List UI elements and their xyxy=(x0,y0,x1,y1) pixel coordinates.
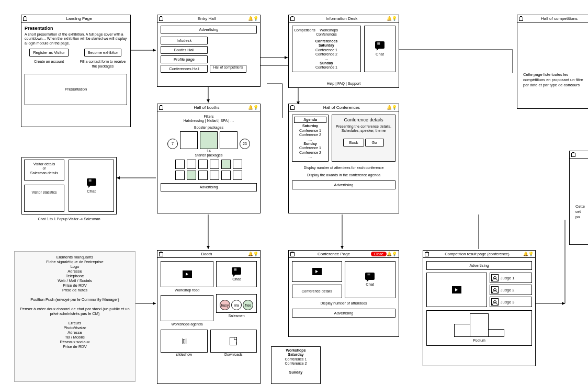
exhibitor-subtext: Fill a contact form to receive the packa… xyxy=(78,60,127,69)
menu-icon xyxy=(159,17,163,21)
bell-icon[interactable]: 🔔 xyxy=(248,16,253,21)
workshops-agenda-box[interactable] xyxy=(161,295,213,321)
chat-popup: Visitor details or Salesman details Visi… xyxy=(21,157,117,214)
judge-row: Judge 3 xyxy=(490,297,532,307)
workshops-header: Workshops xyxy=(286,348,306,352)
tab-competitions[interactable]: Competitions xyxy=(294,28,315,32)
go-button[interactable]: Go xyxy=(365,139,384,146)
bulb-icon[interactable]: 💡 xyxy=(253,16,258,21)
bell-icon[interactable]: 🔔 xyxy=(387,105,392,110)
conf-video-box[interactable] xyxy=(292,261,342,282)
close-button[interactable]: Close xyxy=(371,252,387,256)
person-icon xyxy=(491,298,499,306)
bulb-icon[interactable]: 💡 xyxy=(392,16,397,21)
nav-left[interactable]: 7 xyxy=(167,139,178,149)
hoc-title: Hall of competitions xyxy=(525,16,588,21)
bulb-icon[interactable]: 💡 xyxy=(392,105,397,110)
advertising-box: Advertising xyxy=(426,261,532,270)
chat-label: Chat xyxy=(87,189,96,194)
register-button[interactable]: Register as Visitor xyxy=(29,49,69,57)
advertising-box: Advertising xyxy=(292,180,395,189)
menu-icon xyxy=(519,17,523,21)
register-subtext: Create an account xyxy=(25,60,73,64)
chat-icon[interactable] xyxy=(375,41,385,49)
presentation-box: Presentation xyxy=(25,74,127,105)
download-icon xyxy=(230,337,237,345)
starter-label: Starter packages xyxy=(161,153,257,157)
confpage-panel: Conference Page Close 🔔 💡 Conference det… xyxy=(288,250,399,337)
menu-icon xyxy=(290,106,295,110)
status-busy[interactable]: busy xyxy=(220,300,230,310)
booths-button[interactable]: Booths Hall xyxy=(161,46,208,54)
visitor-stats-box: Visitor statistics xyxy=(24,185,64,212)
bulb-icon[interactable]: 💡 xyxy=(392,252,397,256)
confpage-title: Conference Page xyxy=(297,252,371,256)
landing-title: Landing Page xyxy=(29,16,129,21)
menu-icon xyxy=(290,252,295,256)
attendees-note: Display number of attendees xyxy=(292,301,395,306)
slideshow-box[interactable] xyxy=(161,330,208,353)
conferences-button[interactable]: Conferences Hall xyxy=(161,65,208,73)
far-panel xyxy=(569,151,588,245)
slideshow-icon xyxy=(182,337,186,344)
book-button[interactable]: Book xyxy=(343,139,364,146)
booth-panel: Booth 🔔 💡 Workshop feed Workshops agenda… xyxy=(157,250,261,384)
tab-conferences[interactable]: Conferences xyxy=(294,32,359,37)
menu-icon xyxy=(159,106,163,110)
hoc-note-text: Cette page liste toutes les compétitions… xyxy=(523,72,586,87)
workshop-feed-box[interactable] xyxy=(161,261,213,287)
booth-slot[interactable] xyxy=(180,131,198,149)
infodesk-button[interactable]: Infodesk xyxy=(161,37,208,44)
tab-workshops[interactable]: Workshops xyxy=(320,28,338,32)
nav-right[interactable]: 23 xyxy=(240,139,250,149)
status-na[interactable]: n/a xyxy=(231,300,242,310)
bell-icon[interactable]: 🔔 xyxy=(248,105,253,110)
advertising-box: Advertising xyxy=(161,183,257,191)
person-icon xyxy=(491,286,499,293)
menu-icon xyxy=(290,17,295,21)
judge-row: Judge 1 xyxy=(490,273,532,283)
podium-box: Podium xyxy=(426,310,532,346)
bell-icon[interactable]: 🔔 xyxy=(523,252,528,256)
landing-panel: Landing Page Presentation A short presen… xyxy=(21,15,131,127)
comp-result-title: Competition result page (conference) xyxy=(431,252,523,256)
filters-line[interactable]: Hairdressing | Nailart | SPA | … xyxy=(161,119,257,123)
hconf-panel: Hall of Conferences 🔔 💡 Agenda Saturday … xyxy=(288,104,399,213)
downloads-box[interactable] xyxy=(210,330,257,353)
visitor-details-box: Visitor details or Salesman details xyxy=(24,160,64,180)
bulb-icon[interactable]: 💡 xyxy=(253,252,258,256)
chat-icon[interactable] xyxy=(87,178,96,186)
presentation-heading: Presentation xyxy=(25,26,127,31)
play-icon xyxy=(183,270,192,278)
hconf-note1: Display number of attendees for each con… xyxy=(292,166,395,170)
popup-caption: Chat 1 to 1 Popup Visitor -> Salesman xyxy=(21,217,117,221)
chat-icon[interactable] xyxy=(232,267,241,275)
conf-details-header: Conference details xyxy=(334,117,393,123)
info-panel: Information Desk 🔔 💡 Competitions Worksh… xyxy=(288,15,399,88)
comp-result-panel: Competition result page (conference) 🔔 💡… xyxy=(423,250,536,366)
conf-details-text: Presenting the conference details. Sched… xyxy=(334,125,393,133)
bell-icon[interactable]: 🔔 xyxy=(248,252,253,256)
status-free[interactable]: free xyxy=(243,300,253,310)
bulb-icon[interactable]: 💡 xyxy=(528,252,534,256)
judge-row: Judge 2 xyxy=(490,285,532,295)
conf-details-box: Conference details xyxy=(292,285,342,298)
bulb-icon[interactable]: 💡 xyxy=(253,105,258,110)
info-title: Information Desk xyxy=(297,16,387,21)
bell-icon[interactable]: 🔔 xyxy=(387,252,392,256)
bell-icon[interactable]: 🔔 xyxy=(387,16,392,21)
competitions-button[interactable]: Hall of competitions xyxy=(210,65,246,73)
booth-slot[interactable] xyxy=(220,131,238,149)
chat-icon[interactable] xyxy=(365,273,375,280)
exhibitor-button[interactable]: Become exhibitor xyxy=(84,49,122,57)
far-note: Cette cet po xyxy=(575,204,585,219)
agenda-header: Agenda xyxy=(294,117,326,123)
menu-icon xyxy=(23,17,27,21)
result-video-box[interactable] xyxy=(426,273,487,307)
help-footer[interactable]: Help | FAQ | Support xyxy=(289,82,399,86)
profile-button[interactable]: Profile page xyxy=(161,55,208,63)
play-icon xyxy=(312,268,322,275)
filters-label: Filters xyxy=(161,115,257,119)
missing-elements-note: Elements manquants Fiche signalétique de… xyxy=(14,251,135,382)
booth-slot-selected[interactable]: 14 xyxy=(200,131,218,149)
